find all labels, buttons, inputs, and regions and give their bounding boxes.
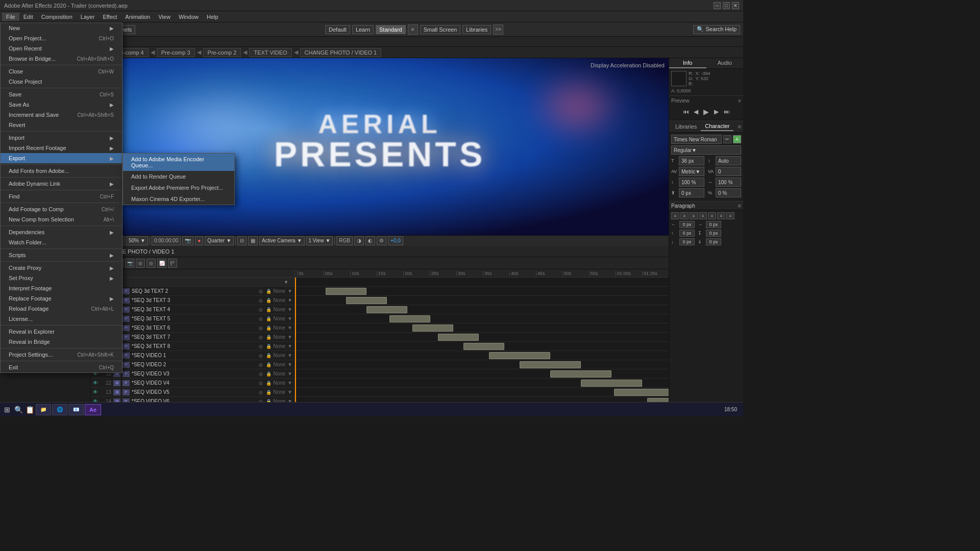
- lock-icon[interactable]: 🔒: [266, 371, 271, 377]
- vc-zoom-level[interactable]: 50%▼: [126, 236, 148, 245]
- vc-exposure[interactable]: ◑: [354, 236, 364, 245]
- track-block[interactable]: [412, 324, 453, 332]
- baseline-field[interactable]: 0 px: [679, 188, 704, 197]
- font-edit-icon[interactable]: ✏: [723, 135, 731, 143]
- lock-icon[interactable]: 🔒: [266, 289, 271, 294]
- tl-motion-blur[interactable]: ◎: [146, 259, 156, 268]
- vc-record[interactable]: ●: [195, 236, 203, 245]
- align-justify-all-btn[interactable]: ≡: [708, 212, 716, 219]
- minimize-button[interactable]: ─: [714, 2, 721, 9]
- lock-icon[interactable]: 🔒: [266, 381, 271, 386]
- taskbar-ae[interactable]: Ae: [85, 404, 101, 415]
- search-help-field[interactable]: 🔍 Search Help: [693, 25, 740, 34]
- start-button[interactable]: ⊞: [2, 405, 12, 415]
- lock-icon[interactable]: 🔒: [266, 325, 271, 331]
- menu-entry-reveal-bridge[interactable]: Reveal in Bridge: [1, 337, 122, 347]
- visibility-icon[interactable]: 👁: [93, 380, 99, 386]
- tsume-field[interactable]: 0 %: [716, 188, 741, 197]
- solo-icon[interactable]: ◎: [259, 289, 264, 294]
- taskbar-browser[interactable]: 🌐: [52, 404, 67, 415]
- parent-dropdown[interactable]: ▼: [287, 334, 292, 340]
- parent-dropdown[interactable]: ▼: [287, 362, 292, 367]
- export-entry-cinema4d[interactable]: Maxon Cinema 4D Exporter...: [123, 193, 234, 205]
- track-block[interactable]: [463, 343, 504, 350]
- tab-precomp-2[interactable]: Pre-comp 2: [203, 48, 241, 57]
- font-color-swatch[interactable]: A: [733, 135, 741, 143]
- tab-audio[interactable]: Audio: [706, 58, 744, 68]
- tl-solo[interactable]: ◎: [136, 259, 145, 268]
- track-block[interactable]: [389, 315, 430, 322]
- menu-entry-add-fonts[interactable]: Add Fonts from Adobe...: [1, 166, 122, 176]
- indent-right-val[interactable]: 0 px: [706, 221, 721, 228]
- menu-entry-find[interactable]: Find Ctrl+F: [1, 191, 122, 202]
- solo-icon[interactable]: ◎: [259, 316, 264, 321]
- menu-entry-watch-folder[interactable]: Watch Folder...: [1, 237, 122, 247]
- menu-file[interactable]: File: [2, 13, 19, 21]
- parent-dropdown[interactable]: ▼: [287, 288, 292, 294]
- lock-icon[interactable]: 🔒: [266, 344, 271, 349]
- vc-color-correct[interactable]: ◐: [365, 236, 375, 245]
- tracking-field[interactable]: Metric▼: [679, 167, 704, 176]
- track-block[interactable]: [489, 352, 550, 359]
- menu-edit[interactable]: Edit: [19, 13, 37, 21]
- workspace-learn[interactable]: Learn: [352, 25, 374, 34]
- font-family-field[interactable]: Times New Roman: [671, 135, 722, 144]
- align-center-btn[interactable]: ≡: [680, 212, 689, 219]
- menu-entry-revert[interactable]: Revert: [1, 120, 122, 130]
- export-entry-premiere-pro[interactable]: Export Adobe Premiere Pro Project...: [123, 182, 234, 193]
- solo-icon[interactable]: ◎: [259, 307, 264, 312]
- workspace-menu[interactable]: ≡: [408, 24, 418, 35]
- tab-libraries[interactable]: Libraries: [671, 122, 701, 131]
- solo-icon[interactable]: ◎: [259, 371, 264, 377]
- menu-entry-exit[interactable]: Exit Ctrl+Q: [1, 362, 122, 372]
- track-block[interactable]: [366, 306, 407, 313]
- lock-icon[interactable]: 🔒: [266, 316, 271, 321]
- vc-transparency[interactable]: ▦: [248, 236, 258, 245]
- menu-entry-interpret-footage[interactable]: Interpret Footage: [1, 283, 122, 293]
- prev-play[interactable]: ▶: [702, 108, 710, 116]
- prev-back-frame[interactable]: ◀: [692, 108, 700, 116]
- solo-icon[interactable]: ◎: [259, 344, 264, 349]
- space-after-val[interactable]: 0 px: [679, 238, 695, 245]
- align-justify-right-btn[interactable]: ≡: [717, 212, 725, 219]
- lock-icon[interactable]: 🔒: [266, 390, 271, 395]
- menu-entry-reveal-explorer[interactable]: Reveal in Explorer: [1, 327, 122, 337]
- menu-effect[interactable]: Effect: [99, 13, 121, 21]
- align-justify-btn[interactable]: ≡: [699, 212, 707, 219]
- search-button[interactable]: 🔍: [13, 405, 23, 415]
- track-block[interactable]: [520, 361, 581, 368]
- parent-dropdown[interactable]: ▼: [287, 389, 292, 395]
- lock-icon[interactable]: 🔒: [266, 298, 271, 303]
- indent-first-val[interactable]: 0 px: [706, 230, 721, 237]
- tab-info[interactable]: Info: [669, 58, 706, 68]
- menu-entry-export[interactable]: Export ▶: [1, 153, 122, 163]
- solo-icon[interactable]: ◎: [259, 325, 264, 331]
- tab-character[interactable]: Character: [701, 122, 733, 131]
- font-style-field[interactable]: Regular▼: [671, 145, 741, 155]
- visibility-icon[interactable]: 👁: [93, 389, 99, 395]
- parent-dropdown[interactable]: ▼: [287, 343, 292, 349]
- menu-window[interactable]: Window: [175, 13, 203, 21]
- track-block[interactable]: [346, 297, 387, 304]
- menu-animation[interactable]: Animation: [121, 13, 154, 21]
- workspace-libraries[interactable]: Libraries: [462, 25, 491, 34]
- prev-forward-frame[interactable]: ▶: [713, 108, 721, 116]
- menu-entry-save-as[interactable]: Save As ▶: [1, 99, 122, 110]
- tab-precomp-3[interactable]: Pre-comp 3: [157, 48, 195, 57]
- vc-frame-rate-offset[interactable]: +0,0: [388, 236, 403, 245]
- track-block[interactable]: [438, 334, 479, 341]
- solo-icon[interactable]: ◎: [259, 381, 264, 386]
- vc-camera[interactable]: Active Camera▼: [259, 236, 304, 245]
- track-block[interactable]: [326, 288, 366, 295]
- solo-icon[interactable]: ◎: [259, 390, 264, 395]
- menu-entry-reload-footage[interactable]: Reload Footage Ctrl+Alt+L: [1, 304, 122, 314]
- close-button[interactable]: ✕: [732, 2, 739, 9]
- para-extra-val[interactable]: 0 px: [706, 238, 721, 245]
- vc-sync[interactable]: ⚙: [377, 236, 386, 245]
- menu-entry-replace-footage[interactable]: Replace Footage ▶: [1, 293, 122, 304]
- vc-view-count[interactable]: 1 View▼: [306, 236, 333, 245]
- parent-dropdown[interactable]: ▼: [287, 371, 292, 377]
- menu-entry-license[interactable]: License...: [1, 314, 122, 324]
- lock-icon[interactable]: 🔒: [266, 307, 271, 312]
- track-block[interactable]: [581, 380, 642, 387]
